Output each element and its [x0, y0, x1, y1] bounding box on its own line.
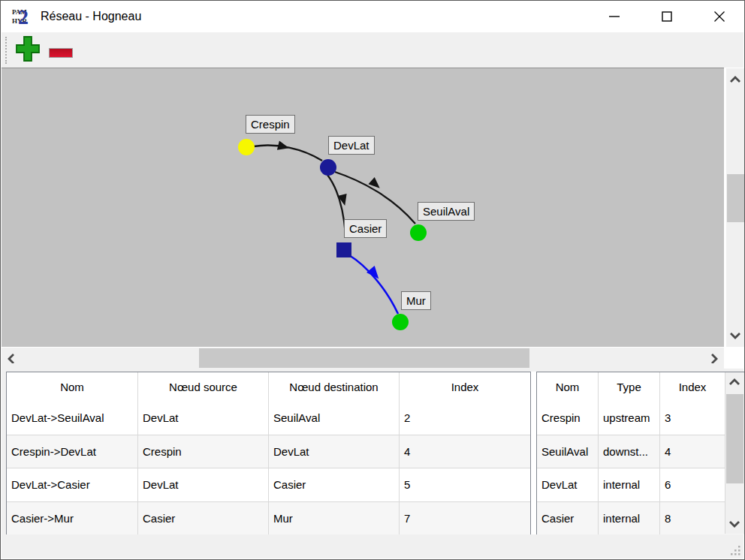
- cell-type[interactable]: upstream: [599, 401, 660, 435]
- cell-nom[interactable]: DevLat: [537, 468, 599, 501]
- scroll-right-icon[interactable]: [709, 353, 719, 363]
- node-label-seuilaval[interactable]: SeuilAval: [418, 202, 475, 221]
- table-row[interactable]: Crespin->DevLat Crespin DevLat 4: [7, 435, 530, 468]
- node-casier[interactable]: [336, 242, 351, 257]
- canvas-vertical-scrollbar[interactable]: [726, 68, 745, 347]
- header-index[interactable]: Index: [660, 372, 725, 401]
- edges-table-header: Nom Nœud source Nœud destination Index: [7, 372, 530, 401]
- header-nom[interactable]: Nom: [7, 372, 138, 401]
- cell-destination[interactable]: DevLat: [269, 435, 400, 468]
- scroll-up-icon[interactable]: [727, 377, 742, 387]
- node-label-devlat[interactable]: DevLat: [328, 136, 375, 155]
- nodes-table-scroll-thumb[interactable]: [726, 394, 743, 483]
- header-nom[interactable]: Nom: [537, 372, 599, 401]
- title-bar: PAM HYR 2 Réseau - Hogneau: [2, 1, 743, 32]
- cell-destination[interactable]: Mur: [269, 502, 400, 535]
- cell-index[interactable]: 6: [660, 468, 725, 501]
- node-label-crespin[interactable]: Crespin: [246, 115, 295, 134]
- cell-nom[interactable]: SeuilAval: [537, 435, 599, 468]
- cell-source[interactable]: DevLat: [138, 401, 269, 435]
- node-seuilaval[interactable]: [410, 224, 427, 241]
- cell-nom[interactable]: Casier->Mur: [7, 502, 138, 535]
- resize-grip-icon[interactable]: [731, 546, 741, 556]
- canvas-hscroll-thumb[interactable]: [199, 348, 529, 368]
- table-row[interactable]: Crespin upstream 3: [537, 401, 744, 435]
- scroll-down-icon[interactable]: [728, 330, 743, 341]
- table-row[interactable]: DevLat->Casier DevLat Casier 5: [7, 468, 530, 501]
- cell-source[interactable]: DevLat: [138, 468, 269, 501]
- table-row[interactable]: DevLat internal 6: [537, 468, 744, 501]
- cell-index[interactable]: 2: [400, 401, 530, 435]
- table-row[interactable]: Casier->Mur Casier Mur 7: [7, 501, 530, 535]
- cell-index[interactable]: 7: [400, 502, 530, 535]
- close-icon: [713, 11, 725, 23]
- toolbar-drag-handle[interactable]: [5, 37, 7, 64]
- cell-type[interactable]: internal: [599, 468, 660, 501]
- remove-button[interactable]: [47, 35, 74, 64]
- status-bar: [2, 537, 743, 558]
- cell-nom[interactable]: Crespin: [537, 401, 599, 435]
- node-label-mur[interactable]: Mur: [401, 291, 431, 310]
- toolbar: [2, 32, 743, 68]
- minimize-icon: [608, 11, 620, 23]
- cell-nom[interactable]: DevLat->Casier: [7, 468, 138, 501]
- scroll-down-icon[interactable]: [727, 519, 742, 529]
- app-icon-number: 2: [18, 5, 29, 29]
- cell-index[interactable]: 8: [660, 502, 725, 535]
- node-mur[interactable]: [392, 314, 409, 330]
- header-noeud-destination[interactable]: Nœud destination: [269, 372, 400, 401]
- app-icon: PAM HYR 2: [12, 8, 35, 27]
- canvas-vscroll-thumb[interactable]: [727, 174, 744, 222]
- edge-casier-mur[interactable]: [349, 255, 398, 314]
- maximize-button[interactable]: [650, 1, 684, 32]
- close-button[interactable]: [702, 1, 737, 32]
- table-row[interactable]: SeuilAval downst... 4: [537, 435, 744, 468]
- cell-nom[interactable]: Crespin->DevLat: [7, 435, 138, 468]
- node-devlat[interactable]: [320, 159, 336, 176]
- scroll-up-icon[interactable]: [728, 74, 743, 85]
- minus-icon: [49, 48, 73, 58]
- table-row[interactable]: DevLat->SeuilAval DevLat SeuilAval 2: [7, 401, 530, 435]
- node-label-casier[interactable]: Casier: [344, 219, 387, 238]
- cell-index[interactable]: 5: [400, 468, 530, 501]
- cell-index[interactable]: 4: [660, 435, 725, 468]
- app-window: PAM HYR 2 Réseau - Hogneau: [0, 0, 745, 560]
- header-type[interactable]: Type: [599, 372, 660, 401]
- plus-icon: [16, 35, 40, 62]
- header-noeud-source[interactable]: Nœud source: [138, 372, 269, 401]
- cell-source[interactable]: Casier: [138, 502, 269, 535]
- cell-index[interactable]: 4: [400, 435, 530, 468]
- nodes-table-scrollbar[interactable]: [725, 372, 744, 534]
- nodes-table: Nom Type Index Crespin upstream 3 SeuilA…: [536, 372, 745, 534]
- edge-devlat-casier[interactable]: [327, 175, 345, 234]
- edges-table: Nom Nœud source Nœud destination Index D…: [6, 372, 531, 534]
- maximize-icon: [661, 11, 673, 23]
- window-title: Réseau - Hogneau: [41, 1, 141, 32]
- cell-destination[interactable]: Casier: [269, 468, 400, 501]
- cell-nom[interactable]: Casier: [537, 502, 599, 535]
- cell-destination[interactable]: SeuilAval: [269, 401, 400, 435]
- add-button[interactable]: [16, 35, 40, 64]
- minimize-button[interactable]: [597, 1, 632, 32]
- network-canvas[interactable]: Crespin DevLat SeuilAval Casier Mur: [2, 68, 724, 347]
- cell-index[interactable]: 3: [660, 401, 725, 435]
- table-row[interactable]: Casier internal 8: [537, 501, 744, 535]
- cell-type[interactable]: internal: [599, 502, 660, 535]
- cell-type[interactable]: downst...: [599, 435, 660, 468]
- header-index[interactable]: Index: [400, 372, 530, 401]
- arrowhead-casier-mur: [366, 266, 383, 282]
- nodes-table-header: Nom Type Index: [537, 372, 744, 401]
- arrowhead-devlat-seuilaval: [368, 177, 382, 191]
- node-crespin[interactable]: [238, 139, 255, 155]
- cell-source[interactable]: Crespin: [138, 435, 269, 468]
- network-graph: [2, 68, 724, 348]
- canvas-horizontal-scrollbar[interactable]: [2, 348, 724, 369]
- scroll-left-icon[interactable]: [6, 353, 17, 363]
- cell-nom[interactable]: DevLat->SeuilAval: [7, 401, 138, 435]
